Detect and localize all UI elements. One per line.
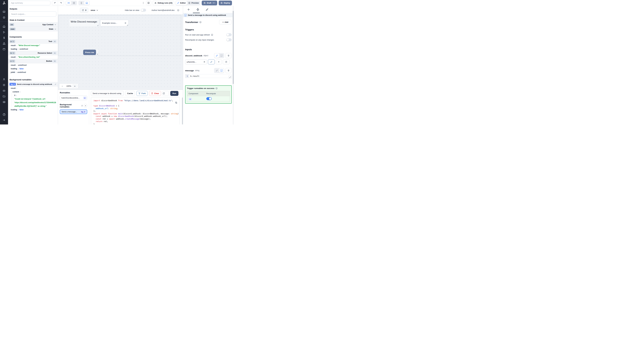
bg0-row[interactable]: bg_0 Send a message to discord using web… xyxy=(8,82,58,86)
component-c-row[interactable]: c Button xyxy=(8,59,58,63)
background-runnable-item-bg0[interactable]: Send a message... bg_0 xyxy=(60,110,87,114)
component-settings-tab[interactable] xyxy=(196,8,200,11)
cache-button[interactable]: Cache xyxy=(125,91,135,96)
code-scrollbar[interactable] xyxy=(182,98,183,124)
clear-x-icon[interactable] xyxy=(203,61,206,63)
schedule-dropdown[interactable]: once xyxy=(91,9,98,11)
audit-eye-icon[interactable] xyxy=(2,100,6,104)
resources-icon[interactable] xyxy=(2,41,6,46)
editor-tab[interactable]: Editor xyxy=(176,1,187,5)
press-me-button[interactable]: Press me xyxy=(83,50,96,55)
component-b-row[interactable]: b Resource Select xyxy=(8,51,58,55)
more-menu-button[interactable] xyxy=(142,2,144,4)
code-editor[interactable]: import discordwebhook from "https://deno… xyxy=(91,97,180,124)
message-expression-editor[interactable]: 1 b.result xyxy=(185,74,232,78)
ctx-row[interactable]: ctx App Context xyxy=(8,22,58,27)
runs-icon[interactable] xyxy=(2,30,6,34)
msg-eval-mode-button[interactable]: f xyxy=(219,68,224,73)
dw-resource-picker[interactable]: u/henri/te... xyxy=(185,59,207,64)
undo-button[interactable]: ↶ xyxy=(52,1,58,5)
home-icon[interactable] xyxy=(2,24,6,29)
chevron-down-icon[interactable] xyxy=(54,24,56,26)
code-line[interactable]: type DiscordWebhook = { xyxy=(94,104,180,107)
info-icon[interactable] xyxy=(211,34,213,36)
recompute-c-toggle[interactable] xyxy=(206,97,212,100)
reload-button[interactable] xyxy=(162,91,169,96)
app-canvas[interactable]: Write Discord message: Example resou... … xyxy=(58,14,183,90)
hide-bar-toggle[interactable] xyxy=(141,9,146,12)
draft-button[interactable]: Draft ⌘S xyxy=(202,0,217,5)
redo-button[interactable]: ↷ xyxy=(58,1,64,5)
favorites-star-icon[interactable] xyxy=(2,15,6,20)
code-line[interactable]: } xyxy=(94,123,180,124)
code-line[interactable]: const webhook = new discordwebhook(disco… xyxy=(94,115,180,118)
add-background-runnable-button[interactable]: + xyxy=(84,104,87,108)
code-line[interactable]: }; xyxy=(94,110,180,112)
collapse-c-button[interactable] xyxy=(53,60,56,62)
edit-pencil-icon[interactable] xyxy=(55,84,56,85)
scrollbar-thumb[interactable] xyxy=(233,11,234,84)
resize-handle[interactable] xyxy=(97,54,98,54)
help-icon[interactable] xyxy=(2,112,6,117)
info-icon[interactable] xyxy=(216,87,218,90)
schedules-icon[interactable] xyxy=(2,47,6,52)
insert-component-tab[interactable] xyxy=(187,8,190,11)
runnable-item-c[interactable]: hub/1511/discord/se... c xyxy=(60,96,87,100)
component-a-row[interactable]: a Text xyxy=(8,39,58,44)
run-button[interactable]: Run xyxy=(170,91,178,96)
deploy-button[interactable]: Deploy xyxy=(219,0,232,5)
fork-button[interactable]: Fork xyxy=(136,91,148,96)
apps-panel-icon[interactable] xyxy=(2,10,6,14)
dw-edit-resource-button[interactable] xyxy=(208,59,215,64)
dw-static-mode-button[interactable] xyxy=(214,53,219,58)
expand-editor-button[interactable] xyxy=(228,76,232,79)
collapse-b-button[interactable] xyxy=(53,52,56,54)
resize-handle[interactable] xyxy=(97,25,98,26)
folders-icon[interactable] xyxy=(2,94,6,98)
component-b-badge[interactable]: b xyxy=(10,52,15,54)
message-expression[interactable]: b.result xyxy=(189,74,232,78)
resource-select-component[interactable]: Example resou... xyxy=(100,20,128,26)
run-on-start-toggle[interactable] xyxy=(226,33,232,36)
text-component[interactable]: Write Discord message: xyxy=(70,19,99,26)
code-line[interactable] xyxy=(94,102,180,105)
dw-eval-mode-button[interactable]: f xyxy=(219,53,224,58)
panel-scrollbar[interactable] xyxy=(233,6,234,124)
code-line[interactable]: import discordwebhook from "https://deno… xyxy=(94,99,180,102)
desktop-view-button[interactable] xyxy=(84,1,90,5)
fullwidth-layout-button[interactable] xyxy=(71,1,76,5)
preview-tab[interactable]: Preview xyxy=(187,1,200,5)
variables-icon[interactable] xyxy=(2,36,6,40)
resize-handle[interactable] xyxy=(127,24,128,26)
debug-runs-button[interactable]: Debug runs (23) xyxy=(153,1,174,5)
dw-add-resource-button[interactable]: + xyxy=(216,59,222,64)
collapse-a-button[interactable] xyxy=(53,40,56,43)
code-line[interactable]: const ret = await webhook.createMessage(… xyxy=(94,118,180,120)
component-c-badge[interactable]: c xyxy=(10,60,15,62)
refresh-count-button[interactable]: 0 xyxy=(80,8,88,13)
mobile-view-button[interactable] xyxy=(79,1,84,5)
collapse-arrow-icon[interactable] xyxy=(2,118,6,122)
dw-refresh-resource-button[interactable] xyxy=(223,59,230,64)
zoom-out-button[interactable]: − xyxy=(59,85,65,87)
dw-connect-plug-button[interactable] xyxy=(226,53,232,58)
copy-icon[interactable] xyxy=(175,102,178,104)
workers-bot-icon[interactable] xyxy=(2,88,6,93)
info-icon[interactable] xyxy=(199,21,202,23)
component-a-badge[interactable]: a xyxy=(10,40,15,43)
add-transformer-button[interactable]: +Add xyxy=(219,20,232,24)
docs-button[interactable] xyxy=(146,1,151,5)
recompute-toggle[interactable] xyxy=(226,38,232,41)
app-summary-input[interactable] xyxy=(9,1,50,5)
code-line[interactable]: export async function main(discord_webho… xyxy=(94,112,180,115)
code-line[interactable]: webhook_url: string; xyxy=(94,107,180,110)
user-icon[interactable] xyxy=(2,77,6,82)
code-line[interactable]: return ret; xyxy=(94,120,180,123)
settings-gear-icon[interactable] xyxy=(2,83,6,87)
search-outputs-input[interactable] xyxy=(10,12,56,16)
zoom-in-button[interactable]: + xyxy=(72,84,77,88)
clear-x-icon[interactable] xyxy=(124,22,126,24)
component-c-badge[interactable]: c xyxy=(188,98,192,100)
info-icon[interactable] xyxy=(177,9,179,11)
clear-button[interactable]: Clear xyxy=(149,91,161,96)
